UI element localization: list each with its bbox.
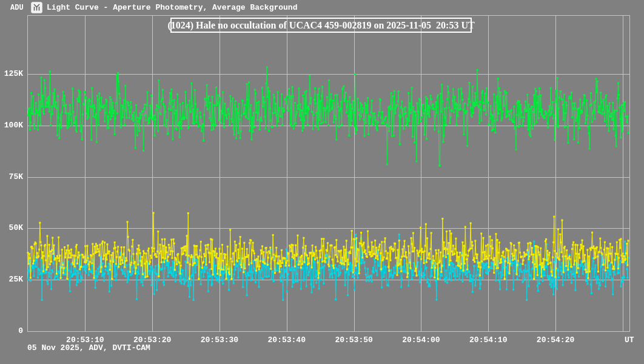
light-curve-plot[interactable] [0,0,644,364]
chart-glyph-icon [32,2,42,13]
y-tick-label: 0 [0,327,26,335]
x-axis-unit-label: UT [625,336,643,345]
y-tick-label: 100K [0,121,26,130]
light-curve-icon [31,2,42,13]
x-tick-label: 20:53:50 [330,336,378,345]
x-tick-label: 20:54:00 [397,336,445,345]
y-tick-label: 25K [0,275,26,284]
light-curve-window: ADU Light Curve - Aperture Photometry, A… [0,0,644,364]
recording-info-label: 05 Nov 2025, ADV, DVTI-CAM [27,344,150,352]
event-title-text: (1024) Hale no occultation of UCAC4 459-… [167,20,474,31]
y-tick-label: 125K [0,70,26,78]
x-tick-label: 20:53:40 [263,336,311,345]
y-tick-label: 50K [0,224,26,232]
window-title: Light Curve - Aperture Photometry, Avera… [47,4,297,12]
event-title-box: (1024) Hale no occultation of UCAC4 459-… [170,18,472,33]
x-tick-label: 20:54:10 [464,336,512,345]
y-tick-label: 75K [0,173,26,181]
x-tick-label: 20:53:30 [195,336,244,345]
y-axis-unit-label: ADU [10,4,24,12]
x-tick-label: 20:54:20 [531,336,580,345]
